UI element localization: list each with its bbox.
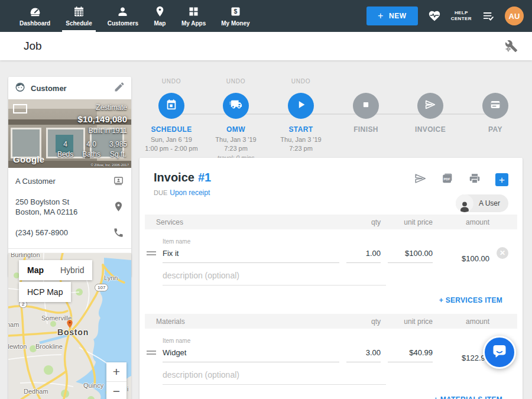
map-label-newton: Newton — [8, 343, 27, 350]
service-qty-input[interactable]: 1.00 — [346, 249, 381, 263]
chat-bubble-icon — [491, 343, 508, 362]
step-date: Thu, Jan 3 '19 7:23 pm — [268, 135, 333, 154]
map-type-map-button[interactable]: Map — [19, 260, 52, 280]
zoom-out-button[interactable]: − — [106, 381, 126, 399]
unit-price-column-header: unit price — [381, 218, 433, 226]
assignee-chip[interactable]: A User — [456, 194, 508, 212]
amount-column-header: amount — [433, 218, 489, 226]
materials-section-header: Materials qty unit price amount — [145, 314, 517, 329]
unit-price-column-header: unit price — [381, 317, 433, 326]
schedule-icon — [73, 5, 85, 18]
customer-face-icon — [14, 81, 26, 95]
hcp-map-button[interactable]: HCP Map — [19, 282, 71, 302]
job-settings-wrench-icon[interactable] — [505, 40, 518, 55]
item-name-label: Item name — [163, 338, 339, 344]
play-icon — [294, 98, 307, 113]
undo-link[interactable]: UNDO — [139, 78, 204, 86]
print-icon[interactable] — [468, 172, 481, 187]
drag-handle-icon[interactable] — [147, 349, 156, 355]
zoom-in-button[interactable]: + — [106, 362, 126, 381]
map-label-quincy: Quincy — [83, 382, 103, 389]
service-unit-price-input[interactable]: $100.00 — [388, 249, 433, 263]
user-avatar[interactable]: AU — [505, 7, 524, 25]
invoice-due-row: DUEUpon receipt — [154, 189, 508, 197]
nav-item-label: Schedule — [66, 20, 92, 27]
nav-item-customers[interactable]: Customers — [100, 0, 146, 32]
sqft-label: Sq.ft. — [109, 150, 127, 160]
nav-item-my-money[interactable]: $ My Money — [213, 0, 257, 32]
invoice-number[interactable]: #1 — [198, 171, 211, 184]
schedule-step-button[interactable] — [158, 93, 184, 119]
help-center-link[interactable]: HELP CENTER — [451, 10, 472, 22]
nav-item-schedule[interactable]: Schedule — [58, 0, 99, 32]
add-services-item-link[interactable]: + SERVICES ITEM — [140, 286, 523, 314]
qty-column-header: qty — [339, 317, 381, 326]
material-description-input[interactable]: description (optional) — [163, 370, 386, 385]
map-label-dedham: Dedham — [24, 388, 48, 395]
map-canvas[interactable]: Burlington Lynn Somerville Boston ham Ne… — [8, 253, 131, 399]
nav-right: + NEW HELP CENTER AU — [366, 0, 532, 32]
zestimate-overlay: Zestimate $10,149,080 Built in 1911 4 4.… — [57, 103, 127, 160]
step-label: OMW — [203, 125, 268, 134]
customer-card-title: Customer — [31, 84, 109, 93]
zestimate-value: $10,149,080 — [57, 113, 127, 126]
pdf-icon[interactable]: PDF — [441, 172, 454, 187]
pay-step-button[interactable] — [482, 93, 508, 119]
undo-link[interactable]: UNDO — [268, 78, 333, 86]
location-pin-icon[interactable] — [113, 201, 124, 214]
undo-link[interactable]: UNDO — [203, 78, 268, 86]
invoice-step-button[interactable] — [417, 93, 443, 119]
timeline-step-invoice: INVOICE — [398, 78, 463, 134]
phone-icon[interactable] — [113, 227, 124, 240]
route-107-shield: 107 — [95, 284, 108, 291]
service-description-input[interactable]: description (optional) — [163, 271, 386, 286]
help-center-line2: CENTER — [451, 16, 472, 22]
edit-pencil-icon[interactable] — [113, 81, 125, 95]
nav-item-map[interactable]: Map — [146, 0, 174, 32]
material-item-name-input[interactable]: Widget — [163, 348, 339, 362]
map-label-burlington: Burlington — [11, 253, 40, 258]
services-title: Services — [156, 218, 339, 226]
contact-card-icon[interactable] — [113, 175, 124, 188]
qty-column-header: qty — [339, 218, 381, 226]
svg-text:$: $ — [234, 8, 238, 15]
timeline-step-omw: UNDO OMW Thu, Jan 3 '19 7:23 pm travel: … — [203, 78, 268, 162]
map-icon — [154, 5, 166, 18]
send-invoice-icon[interactable] — [414, 172, 427, 187]
activity-list-icon[interactable] — [482, 9, 495, 22]
item-name-label: Item name — [163, 238, 339, 245]
material-qty-input[interactable]: 3.00 — [346, 348, 381, 362]
services-section-header: Services qty unit price amount — [145, 215, 517, 229]
finish-step-button[interactable] — [353, 93, 379, 119]
nav-item-label: Customers — [108, 20, 138, 27]
beds-label: Beds — [57, 150, 73, 160]
step-label: SCHEDULE — [139, 125, 204, 134]
street-view-toggle-icon[interactable] — [13, 104, 27, 113]
nav-item-my-apps[interactable]: My Apps — [174, 0, 213, 32]
omw-step-button[interactable] — [223, 93, 249, 119]
calendar-icon — [165, 98, 178, 113]
start-step-button[interactable] — [288, 93, 314, 119]
zestimate-label: Zestimate — [57, 103, 127, 113]
new-button[interactable]: + NEW — [366, 7, 418, 25]
job-location-pin-icon — [65, 319, 74, 331]
map-type-hybrid-button[interactable]: Hybrid — [52, 260, 92, 280]
invoice-card: Invoice#1 DUEUpon receipt PDF + A User — [140, 158, 523, 399]
property-stats: 4 4.0 3,985 Beds Baths Sq.ft. — [57, 140, 127, 160]
map-label-waltham: ham — [8, 321, 19, 328]
credit-card-icon — [489, 98, 502, 113]
due-value-link[interactable]: Upon receipt — [170, 189, 210, 197]
photo-copyright: © Zillow, Inc. 2006-2017 — [91, 163, 129, 167]
health-heart-icon[interactable] — [428, 9, 441, 22]
add-invoice-button[interactable]: + — [495, 173, 508, 186]
nav-item-dashboard[interactable]: Dashboard — [12, 0, 58, 32]
title-bar: Job — [0, 32, 532, 60]
chat-widget-button[interactable] — [483, 336, 516, 369]
add-materials-item-link[interactable]: + MATERIALS ITEM — [140, 385, 523, 399]
drag-handle-icon[interactable] — [147, 249, 156, 255]
remove-item-button[interactable]: ✕ — [497, 247, 508, 259]
material-unit-price-input[interactable]: $40.99 — [388, 348, 433, 362]
baths-label: Baths — [82, 150, 100, 160]
invoice-header: Invoice#1 DUEUpon receipt PDF + A User — [140, 158, 523, 215]
service-item-name-input[interactable]: Fix it — [163, 249, 339, 263]
